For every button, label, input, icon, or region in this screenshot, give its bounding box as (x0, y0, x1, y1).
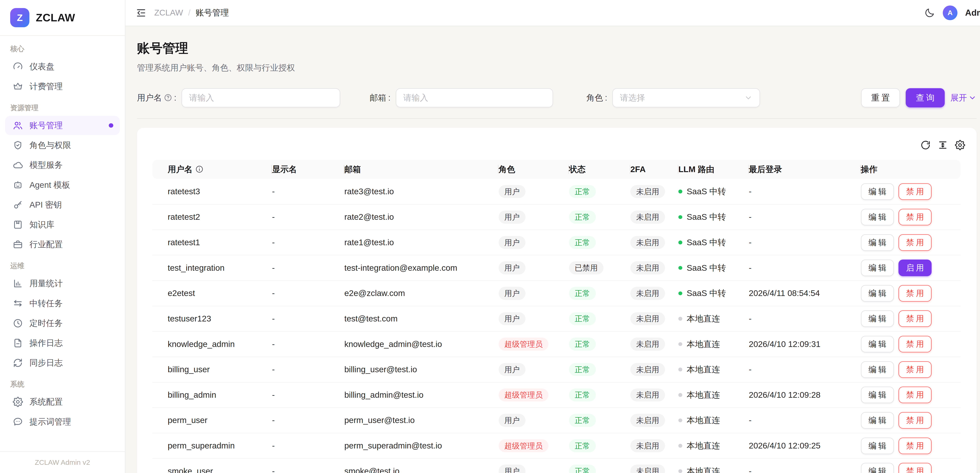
sync-icon (13, 358, 23, 368)
user-avatar[interactable]: A (943, 5, 958, 20)
cell-2fa: 未启用 (630, 179, 678, 204)
edit-button[interactable]: 编辑 (861, 361, 894, 378)
disable-button[interactable]: 禁用 (899, 336, 932, 352)
route-label: 本地直连 (687, 339, 720, 350)
role-badge: 用户 (499, 287, 525, 300)
route-label: SaaS 中转 (687, 211, 726, 223)
cell-llm-route: 本地直连 (678, 382, 749, 408)
sidebar-item-industry-config[interactable]: 行业配置 (5, 235, 120, 254)
content: 账号管理 管理系统用户账号、角色、权限与行业授权 用户名 : 请输入 邮箱 : (126, 26, 980, 473)
cell-username: billing_user (152, 357, 272, 382)
cell-role: 用户 (499, 230, 569, 255)
sidebar-item-usage-stats[interactable]: 用量统计 (5, 274, 120, 293)
table-row: smoke_user-smoke@test.io用户正常未启用本地直连-编辑禁用 (152, 459, 961, 473)
llm-route-indicator: 本地直连 (678, 313, 744, 325)
username-input[interactable]: 请输入 (181, 88, 340, 107)
disable-button[interactable]: 禁用 (899, 463, 932, 473)
refresh-icon[interactable] (920, 140, 931, 150)
route-status-dot (678, 444, 682, 448)
column-header-username: 用户名 (152, 160, 272, 179)
edit-button[interactable]: 编辑 (861, 209, 894, 225)
cell-display-name: - (272, 382, 344, 408)
breadcrumb-root[interactable]: ZCLAW (154, 8, 183, 18)
enable-button[interactable]: 启用 (899, 260, 932, 276)
edit-button[interactable]: 编辑 (861, 183, 894, 200)
sidebar-item-model-services[interactable]: 模型服务 (5, 155, 120, 175)
twofa-badge: 未启用 (630, 465, 665, 473)
cell-status: 正常 (569, 408, 630, 433)
route-label: SaaS 中转 (687, 288, 726, 299)
twofa-badge: 未启用 (630, 338, 665, 351)
sidebar-item-operation-logs[interactable]: 操作日志 (5, 333, 120, 353)
sidebar-item-sync-logs[interactable]: 同步日志 (5, 353, 120, 373)
cell-2fa: 未启用 (630, 433, 678, 459)
disable-button[interactable]: 禁用 (899, 412, 932, 429)
edit-button[interactable]: 编辑 (861, 234, 894, 251)
disable-button[interactable]: 禁用 (899, 285, 932, 302)
cell-status: 正常 (569, 382, 630, 408)
disable-button[interactable]: 禁用 (899, 438, 932, 454)
column-header-email: 邮箱 (344, 160, 499, 179)
book-icon (13, 220, 23, 230)
expand-toggle[interactable]: 展开 (950, 92, 977, 104)
sidebar-item-api-keys[interactable]: API 密钥 (5, 195, 120, 215)
username-label-text: 用户名 (137, 92, 162, 104)
sidebar-item-scheduled-tasks[interactable]: 定时任务 (5, 314, 120, 333)
sidebar-item-relay-tasks[interactable]: 中转任务 (5, 294, 120, 313)
edit-button[interactable]: 编辑 (861, 336, 894, 352)
route-status-dot (678, 419, 682, 422)
disable-button[interactable]: 禁用 (899, 361, 932, 378)
route-label: 本地直连 (687, 364, 720, 375)
theme-toggle-moon-icon[interactable] (924, 8, 935, 18)
table-row: billing_user-billing_user@test.io用户正常未启用… (152, 357, 961, 382)
reset-button[interactable]: 重置 (861, 88, 900, 107)
cell-2fa: 未启用 (630, 382, 678, 408)
row-density-icon[interactable] (938, 140, 948, 150)
sidebar-item-dashboard[interactable]: 仪表盘 (5, 57, 120, 76)
route-status-dot (678, 317, 682, 321)
cell-role: 用户 (499, 459, 569, 473)
help-circle-icon (164, 94, 172, 102)
sidebar-item-roles-permissions[interactable]: 角色与权限 (5, 135, 120, 155)
filter-bar: 用户名 : 请输入 邮箱 : 请输入 角色 : (137, 88, 977, 107)
edit-button[interactable]: 编辑 (861, 412, 894, 429)
table-row: ratetest1-rate1@test.io用户正常未启用SaaS 中转-编辑… (152, 230, 961, 255)
sidebar-item-accounts[interactable]: 账号管理 (5, 116, 120, 135)
disable-button[interactable]: 禁用 (899, 310, 932, 327)
route-label: SaaS 中转 (687, 262, 726, 274)
breadcrumb: ZCLAW / 账号管理 (154, 7, 229, 18)
llm-route-indicator: SaaS 中转 (678, 211, 744, 223)
edit-button[interactable]: 编辑 (861, 463, 894, 473)
key-icon (13, 200, 23, 210)
twofa-badge: 未启用 (630, 261, 665, 274)
role-select[interactable]: 请选择 (612, 88, 760, 107)
role-badge: 用户 (499, 261, 525, 274)
sidebar-item-label: 角色与权限 (29, 140, 71, 151)
cell-2fa: 未启用 (630, 357, 678, 382)
user-name[interactable]: Admin (965, 8, 980, 18)
sidebar-collapse-icon[interactable] (136, 8, 146, 18)
route-label: 本地直连 (687, 414, 720, 426)
cell-status: 正常 (569, 331, 630, 357)
sidebar-item-agent-templates[interactable]: Agent 模板 (5, 175, 120, 195)
disable-button[interactable]: 禁用 (899, 209, 932, 225)
cell-display-name: - (272, 179, 344, 204)
email-input[interactable]: 请输入 (396, 88, 553, 107)
edit-button[interactable]: 编辑 (861, 438, 894, 454)
edit-button[interactable]: 编辑 (861, 285, 894, 302)
edit-button[interactable]: 编辑 (861, 387, 894, 403)
cell-actions: 编辑禁用 (861, 230, 961, 255)
edit-button[interactable]: 编辑 (861, 260, 894, 276)
disable-button[interactable]: 禁用 (899, 183, 932, 200)
sidebar-item-label: 行业配置 (29, 239, 63, 250)
sidebar-item-billing[interactable]: 计费管理 (5, 77, 120, 96)
sidebar-item-system-config[interactable]: 系统配置 (5, 392, 120, 411)
edit-button[interactable]: 编辑 (861, 310, 894, 327)
sidebar-item-knowledge-base[interactable]: 知识库 (5, 215, 120, 234)
filter-email-group: 邮箱 : 请输入 (370, 88, 553, 107)
disable-button[interactable]: 禁用 (899, 387, 932, 403)
column-settings-gear-icon[interactable] (955, 140, 965, 150)
sidebar-item-prompt-management[interactable]: 提示词管理 (5, 412, 120, 432)
search-button[interactable]: 查询 (906, 88, 945, 107)
disable-button[interactable]: 禁用 (899, 234, 932, 251)
